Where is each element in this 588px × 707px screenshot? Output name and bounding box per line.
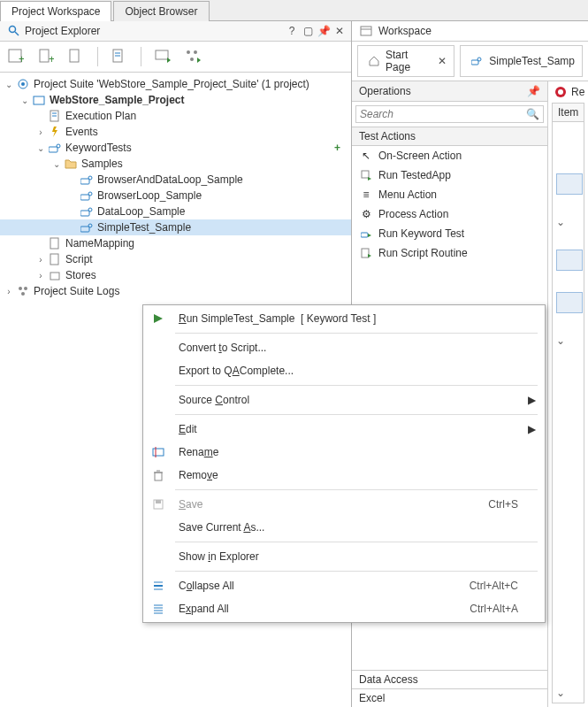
tab-simpletest[interactable]: SimpleTest_Samp	[460, 45, 583, 77]
expander-icon[interactable]: ⌄	[19, 96, 30, 105]
svg-point-14	[190, 58, 194, 61]
ops-run-script-routine[interactable]: Run Script Routine	[352, 243, 547, 263]
chevron-down-icon[interactable]: ⌄	[556, 687, 580, 699]
svg-marker-45	[368, 234, 371, 237]
folder-icon	[64, 157, 78, 171]
pin-icon[interactable]: 📌	[317, 25, 330, 37]
thumbnail-icon	[556, 292, 583, 313]
ops-section-test-actions[interactable]: Test Actions	[352, 127, 547, 146]
expander-icon[interactable]: ›	[35, 255, 46, 265]
ctx-save-as[interactable]: Save Current As...	[143, 516, 545, 539]
save-icon	[152, 498, 170, 511]
svg-point-41	[477, 58, 481, 61]
pin-icon[interactable]: 📌	[527, 85, 540, 97]
svg-rect-30	[80, 227, 89, 232]
close-icon[interactable]: ✕	[333, 25, 346, 37]
svg-rect-18	[34, 96, 44, 104]
tree-script[interactable]: › Script	[0, 251, 351, 267]
tree-test-item-selected[interactable]: SimpleTest_Sample	[0, 219, 351, 235]
tree-events[interactable]: › Events	[0, 124, 351, 140]
svg-rect-26	[80, 195, 89, 200]
svg-marker-43	[368, 177, 371, 181]
ctx-edit[interactable]: Edit▶	[143, 418, 545, 441]
ctx-rename[interactable]: Rename	[143, 441, 545, 464]
expander-icon[interactable]: ›	[4, 287, 14, 296]
tree-suite[interactable]: ⌄ Project Suite 'WebStore_Sample_Project…	[0, 76, 351, 92]
expander-icon[interactable]: ›	[35, 271, 46, 280]
tree-project[interactable]: ⌄ WebStore_Sample_Project	[0, 92, 351, 108]
ops-on-screen-action[interactable]: ↖On-Screen Action	[352, 146, 547, 165]
play-icon	[152, 312, 170, 325]
svg-line-1	[15, 32, 19, 35]
tree-test-item[interactable]: BrowserAndDataLoop_Sample	[0, 172, 351, 188]
ctx-run[interactable]: RRun SimpleTest_Sample [ Keyword Test ]u…	[143, 307, 545, 330]
run-share-icon[interactable]	[184, 48, 202, 65]
tree-name-mapping[interactable]: NameMapping	[0, 235, 351, 251]
ops-process-action[interactable]: ⚙Process Action	[352, 204, 547, 224]
tree-keyword-tests[interactable]: ⌄ KeywordTests +	[0, 140, 351, 156]
window-icon[interactable]: ▢	[302, 25, 314, 37]
ctx-remove[interactable]: Remove	[143, 464, 545, 487]
svg-point-37	[21, 292, 25, 296]
svg-point-49	[558, 89, 563, 95]
rename-icon	[152, 446, 170, 458]
chevron-down-icon[interactable]: ⌄	[556, 216, 580, 228]
test-icon	[80, 204, 94, 219]
help-icon[interactable]: ?	[286, 25, 298, 37]
tree-test-item[interactable]: BrowserLoop_Sample	[0, 188, 351, 204]
tree-test-item[interactable]: DataLoop_Sample	[0, 204, 351, 219]
thumbnail-icon	[556, 173, 583, 195]
svg-text:+: +	[19, 53, 24, 65]
expander-icon[interactable]: ⌄	[51, 159, 62, 169]
add-keyword-test-icon[interactable]: +	[334, 142, 340, 154]
search-icon[interactable]: 🔍	[526, 108, 539, 120]
svg-point-27	[88, 192, 92, 196]
expander-icon[interactable]: ⌄	[35, 143, 46, 153]
ops-excel[interactable]: Excel	[352, 688, 547, 707]
new-file2-icon[interactable]	[67, 48, 85, 65]
stores-icon	[48, 268, 62, 282]
test-icon	[80, 173, 94, 187]
operations-search[interactable]: 🔍	[355, 105, 544, 123]
ctx-save: Save Ctrl+S	[143, 493, 545, 516]
search-input[interactable]	[360, 108, 526, 120]
svg-point-25	[88, 176, 92, 180]
ops-run-testedapp[interactable]: Run TestedApp	[352, 165, 547, 185]
ctx-export-qacomplete[interactable]: Export to QAComplete...	[143, 359, 545, 382]
menu-icon: ≡	[359, 188, 373, 202]
run-screen-icon[interactable]	[154, 48, 172, 65]
ops-run-keyword-test[interactable]: Run Keyword Test	[352, 224, 547, 243]
keyword-run-icon	[359, 227, 373, 241]
grid-col-item[interactable]: Item	[552, 103, 584, 122]
test-icon	[80, 188, 94, 203]
expander-icon[interactable]: ⌄	[4, 80, 14, 89]
ctx-source-control[interactable]: Source Control▶	[143, 388, 545, 411]
project-explorer-title: Project Explorer	[25, 25, 286, 37]
expander-icon[interactable]: ›	[35, 127, 46, 137]
ctx-convert-to-script[interactable]: Convert to Script...	[143, 336, 545, 359]
checklist-icon[interactable]	[111, 48, 128, 65]
ctx-expand-all[interactable]: Expand All Ctrl+Alt+A	[143, 597, 545, 620]
ops-menu-action[interactable]: ≡Menu Action	[352, 185, 547, 204]
ctx-show-in-explorer[interactable]: Show in Explorer	[143, 545, 545, 568]
cursor-icon: ↖	[359, 149, 373, 163]
tree-suite-logs[interactable]: › Project Suite Logs	[0, 283, 351, 299]
chevron-down-icon[interactable]: ⌄	[556, 334, 580, 347]
tree-samples[interactable]: ⌄ Samples	[0, 156, 351, 172]
workspace-header: Workspace	[352, 21, 588, 42]
new-file-icon[interactable]: +	[37, 48, 55, 65]
tab-object-browser[interactable]: Object Browser	[113, 1, 209, 21]
ctx-collapse-all[interactable]: Collapse All Ctrl+Alt+C	[143, 574, 545, 597]
svg-rect-40	[471, 60, 478, 65]
tree-stores[interactable]: › Stores	[0, 267, 351, 283]
ops-data-access[interactable]: Data Access	[352, 670, 547, 688]
explorer-toolbar: + +	[0, 42, 351, 73]
add-item-icon[interactable]: +	[7, 48, 25, 65]
svg-text:+: +	[49, 53, 54, 65]
tab-project-workspace[interactable]: Project Workspace	[0, 1, 111, 21]
close-tab-icon[interactable]: ✕	[438, 55, 447, 67]
tab-start-page[interactable]: Start Page ✕	[357, 45, 454, 77]
tree-execution-plan[interactable]: Execution Plan	[0, 108, 351, 124]
workspace-title: Workspace	[378, 25, 431, 37]
svg-rect-6	[70, 50, 79, 62]
